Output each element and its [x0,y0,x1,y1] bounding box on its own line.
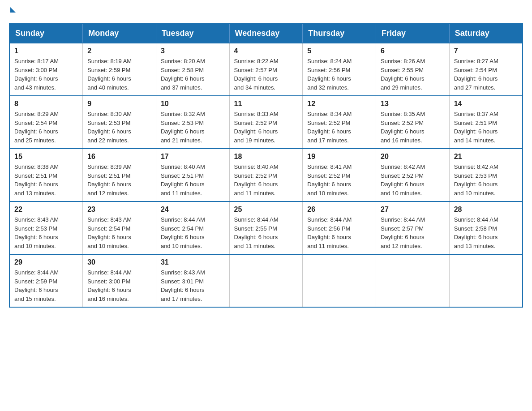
calendar-cell: 1Sunrise: 8:17 AM Sunset: 3:00 PM Daylig… [9,43,83,96]
day-info: Sunrise: 8:44 AM Sunset: 2:58 PM Dayligh… [454,215,518,250]
day-number: 10 [161,100,225,108]
day-number: 24 [161,206,225,214]
calendar-cell [449,254,523,307]
day-info: Sunrise: 8:39 AM Sunset: 2:51 PM Dayligh… [87,163,151,197]
day-info: Sunrise: 8:44 AM Sunset: 2:54 PM Dayligh… [161,215,225,250]
day-info: Sunrise: 8:43 AM Sunset: 3:01 PM Dayligh… [161,268,225,303]
day-info: Sunrise: 8:44 AM Sunset: 2:55 PM Dayligh… [234,215,298,250]
day-info: Sunrise: 8:20 AM Sunset: 2:58 PM Dayligh… [161,57,225,92]
day-number: 31 [161,258,225,266]
calendar-cell: 15Sunrise: 8:38 AM Sunset: 2:51 PM Dayli… [9,149,83,201]
logo [9,9,16,14]
calendar-cell: 21Sunrise: 8:42 AM Sunset: 2:53 PM Dayli… [449,149,523,201]
calendar-cell: 6Sunrise: 8:26 AM Sunset: 2:55 PM Daylig… [376,43,450,96]
calendar-cell: 3Sunrise: 8:20 AM Sunset: 2:58 PM Daylig… [156,43,229,96]
day-info: Sunrise: 8:17 AM Sunset: 3:00 PM Dayligh… [14,57,78,92]
logo-arrow-icon [10,7,16,13]
day-info: Sunrise: 8:34 AM Sunset: 2:52 PM Dayligh… [307,110,371,145]
day-number: 9 [87,100,151,108]
day-number: 3 [161,47,225,55]
day-number: 5 [307,47,371,55]
weekday-header-saturday: Saturday [449,24,523,43]
day-number: 17 [161,153,225,161]
day-info: Sunrise: 8:43 AM Sunset: 2:53 PM Dayligh… [14,215,78,250]
calendar-week-row: 1Sunrise: 8:17 AM Sunset: 3:00 PM Daylig… [9,43,523,96]
day-info: Sunrise: 8:42 AM Sunset: 2:53 PM Dayligh… [454,163,518,197]
calendar-cell: 17Sunrise: 8:40 AM Sunset: 2:51 PM Dayli… [156,149,229,201]
calendar-cell: 18Sunrise: 8:40 AM Sunset: 2:52 PM Dayli… [229,149,303,201]
calendar-week-row: 8Sunrise: 8:29 AM Sunset: 2:54 PM Daylig… [9,96,523,149]
calendar-cell: 14Sunrise: 8:37 AM Sunset: 2:51 PM Dayli… [449,96,523,149]
day-info: Sunrise: 8:44 AM Sunset: 2:56 PM Dayligh… [307,215,371,250]
weekday-header-sunday: Sunday [9,24,83,43]
day-number: 8 [14,100,78,108]
day-info: Sunrise: 8:24 AM Sunset: 2:56 PM Dayligh… [307,57,371,92]
weekday-header-thursday: Thursday [303,24,376,43]
day-info: Sunrise: 8:33 AM Sunset: 2:52 PM Dayligh… [234,110,298,145]
calendar-cell: 12Sunrise: 8:34 AM Sunset: 2:52 PM Dayli… [303,96,376,149]
day-number: 4 [234,47,298,55]
calendar-cell: 7Sunrise: 8:27 AM Sunset: 2:54 PM Daylig… [449,43,523,96]
calendar-cell: 13Sunrise: 8:35 AM Sunset: 2:52 PM Dayli… [376,96,450,149]
calendar-cell: 16Sunrise: 8:39 AM Sunset: 2:51 PM Dayli… [83,149,156,201]
day-info: Sunrise: 8:32 AM Sunset: 2:53 PM Dayligh… [161,110,225,145]
calendar-cell [303,254,376,307]
day-number: 20 [381,153,445,161]
day-info: Sunrise: 8:35 AM Sunset: 2:52 PM Dayligh… [381,110,445,145]
calendar-cell: 30Sunrise: 8:44 AM Sunset: 3:00 PM Dayli… [83,254,156,307]
day-number: 25 [234,206,298,214]
calendar-cell: 20Sunrise: 8:42 AM Sunset: 2:52 PM Dayli… [376,149,450,201]
calendar-cell: 23Sunrise: 8:43 AM Sunset: 2:54 PM Dayli… [83,201,156,254]
day-info: Sunrise: 8:37 AM Sunset: 2:51 PM Dayligh… [454,110,518,145]
calendar-cell: 22Sunrise: 8:43 AM Sunset: 2:53 PM Dayli… [9,201,83,254]
weekday-header-tuesday: Tuesday [156,24,229,43]
day-number: 1 [14,47,78,55]
day-info: Sunrise: 8:27 AM Sunset: 2:54 PM Dayligh… [454,57,518,92]
calendar-cell: 29Sunrise: 8:44 AM Sunset: 2:59 PM Dayli… [9,254,83,307]
day-number: 13 [381,100,445,108]
day-info: Sunrise: 8:26 AM Sunset: 2:55 PM Dayligh… [381,57,445,92]
day-number: 6 [381,47,445,55]
calendar-cell: 24Sunrise: 8:44 AM Sunset: 2:54 PM Dayli… [156,201,229,254]
day-number: 26 [307,206,371,214]
day-info: Sunrise: 8:44 AM Sunset: 3:00 PM Dayligh… [87,268,151,303]
day-number: 18 [234,153,298,161]
calendar-cell: 25Sunrise: 8:44 AM Sunset: 2:55 PM Dayli… [229,201,303,254]
calendar-cell: 5Sunrise: 8:24 AM Sunset: 2:56 PM Daylig… [303,43,376,96]
day-info: Sunrise: 8:44 AM Sunset: 2:59 PM Dayligh… [14,268,78,303]
day-number: 29 [14,258,78,266]
calendar-cell [376,254,450,307]
day-number: 23 [87,206,151,214]
calendar-cell: 26Sunrise: 8:44 AM Sunset: 2:56 PM Dayli… [303,201,376,254]
day-number: 28 [454,206,518,214]
day-info: Sunrise: 8:29 AM Sunset: 2:54 PM Dayligh… [14,110,78,145]
day-info: Sunrise: 8:19 AM Sunset: 2:59 PM Dayligh… [87,57,151,92]
calendar-cell: 2Sunrise: 8:19 AM Sunset: 2:59 PM Daylig… [83,43,156,96]
calendar-cell: 27Sunrise: 8:44 AM Sunset: 2:57 PM Dayli… [376,201,450,254]
day-info: Sunrise: 8:43 AM Sunset: 2:54 PM Dayligh… [87,215,151,250]
day-number: 30 [87,258,151,266]
page-header [9,9,523,14]
day-number: 7 [454,47,518,55]
day-number: 2 [87,47,151,55]
weekday-header-friday: Friday [376,24,450,43]
day-number: 15 [14,153,78,161]
calendar-cell: 11Sunrise: 8:33 AM Sunset: 2:52 PM Dayli… [229,96,303,149]
day-info: Sunrise: 8:22 AM Sunset: 2:57 PM Dayligh… [234,57,298,92]
calendar-week-row: 15Sunrise: 8:38 AM Sunset: 2:51 PM Dayli… [9,149,523,201]
day-info: Sunrise: 8:38 AM Sunset: 2:51 PM Dayligh… [14,163,78,197]
day-info: Sunrise: 8:44 AM Sunset: 2:57 PM Dayligh… [381,215,445,250]
day-info: Sunrise: 8:42 AM Sunset: 2:52 PM Dayligh… [381,163,445,197]
calendar-cell: 9Sunrise: 8:30 AM Sunset: 2:53 PM Daylig… [83,96,156,149]
day-number: 11 [234,100,298,108]
calendar-table: SundayMondayTuesdayWednesdayThursdayFrid… [9,23,523,308]
day-info: Sunrise: 8:30 AM Sunset: 2:53 PM Dayligh… [87,110,151,145]
calendar-cell: 31Sunrise: 8:43 AM Sunset: 3:01 PM Dayli… [156,254,229,307]
day-number: 21 [454,153,518,161]
calendar-cell: 28Sunrise: 8:44 AM Sunset: 2:58 PM Dayli… [449,201,523,254]
calendar-cell: 19Sunrise: 8:41 AM Sunset: 2:52 PM Dayli… [303,149,376,201]
day-info: Sunrise: 8:41 AM Sunset: 2:52 PM Dayligh… [307,163,371,197]
calendar-header-row: SundayMondayTuesdayWednesdayThursdayFrid… [9,24,523,43]
calendar-cell: 4Sunrise: 8:22 AM Sunset: 2:57 PM Daylig… [229,43,303,96]
weekday-header-wednesday: Wednesday [229,24,303,43]
